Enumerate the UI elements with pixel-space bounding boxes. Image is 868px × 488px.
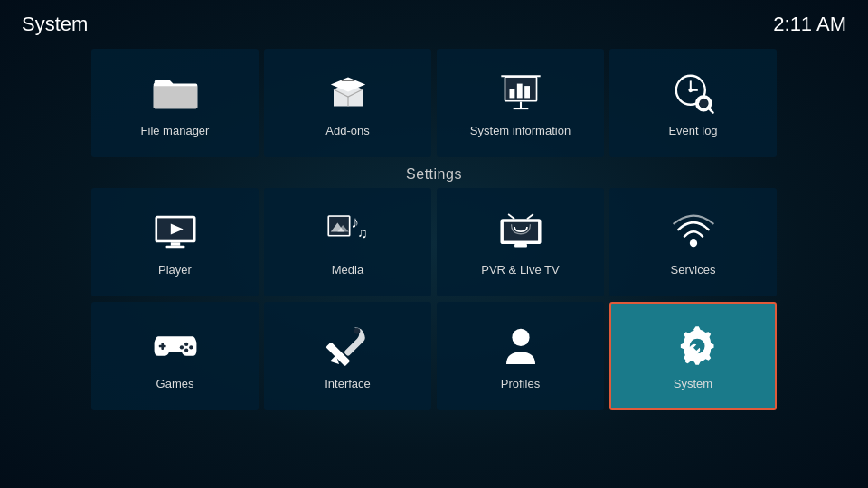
tile-pvr-live-tv[interactable]: PVR & Live TV <box>437 188 604 296</box>
tile-games-label: Games <box>156 377 194 390</box>
top-tiles-row: File manager Add-ons <box>0 43 868 163</box>
tile-event-log[interactable]: Event log <box>609 49 777 157</box>
wrench-pencil-icon <box>325 323 372 370</box>
clock-search-icon <box>670 70 717 117</box>
clock: 2:11 AM <box>773 13 846 36</box>
tile-player[interactable]: Player <box>91 188 259 296</box>
wifi-icon <box>670 209 717 256</box>
tile-player-label: Player <box>158 263 192 277</box>
settings-grid: Player ♪ ♫ Media <box>0 188 868 410</box>
tile-profiles-label: Profiles <box>501 377 540 390</box>
gamepad-icon <box>152 323 199 370</box>
tile-system-information[interactable]: System information <box>437 49 604 157</box>
svg-point-15 <box>699 99 708 108</box>
tile-system-information-label: System information <box>470 124 571 137</box>
header: System 2:11 AM <box>0 0 868 43</box>
settings-row-2: Games Interface <box>72 302 796 410</box>
settings-row-1: Player ♪ ♫ Media <box>72 188 796 296</box>
svg-line-31 <box>508 214 514 219</box>
svg-text:♫: ♫ <box>357 225 367 240</box>
tile-system-label: System <box>674 377 712 390</box>
media-icon: ♪ ♫ <box>325 209 372 256</box>
tile-file-manager-label: File manager <box>141 124 210 137</box>
page-title: System <box>22 13 88 36</box>
svg-point-34 <box>689 239 696 246</box>
tile-add-ons[interactable]: Add-ons <box>264 49 431 157</box>
person-icon <box>497 323 544 370</box>
svg-line-17 <box>708 108 712 111</box>
chart-icon <box>497 70 544 117</box>
gear-wrench-icon <box>670 323 717 370</box>
tile-games[interactable]: Games <box>91 302 259 410</box>
svg-point-38 <box>189 345 193 349</box>
svg-rect-22 <box>165 245 184 248</box>
tile-media-label: Media <box>332 263 363 277</box>
svg-rect-21 <box>170 242 179 245</box>
tile-file-manager[interactable]: File manager <box>91 49 259 157</box>
svg-line-32 <box>526 214 533 219</box>
tile-event-log-label: Event log <box>668 124 717 137</box>
tile-media[interactable]: ♪ ♫ Media <box>264 188 431 296</box>
svg-point-37 <box>184 342 187 345</box>
svg-rect-4 <box>524 86 530 98</box>
svg-rect-36 <box>158 344 165 347</box>
tile-add-ons-label: Add-ons <box>326 124 369 137</box>
tile-interface[interactable]: Interface <box>264 302 431 410</box>
tv-icon <box>497 209 544 256</box>
tile-services-label: Services <box>671 263 716 277</box>
tile-pvr-label: PVR & Live TV <box>481 263 559 277</box>
svg-point-43 <box>354 328 360 334</box>
tile-system[interactable]: System <box>609 302 777 410</box>
svg-point-39 <box>184 348 187 352</box>
tile-profiles[interactable]: Profiles <box>437 302 604 410</box>
svg-point-40 <box>179 345 183 349</box>
svg-rect-2 <box>509 89 514 98</box>
svg-point-44 <box>512 328 529 345</box>
svg-rect-33 <box>514 244 527 247</box>
tile-interface-label: Interface <box>325 377 371 390</box>
player-icon <box>152 209 199 256</box>
box-icon <box>325 70 372 117</box>
svg-rect-3 <box>516 83 522 98</box>
settings-section-label: Settings <box>0 166 868 183</box>
folder-icon <box>152 70 199 117</box>
tile-services[interactable]: Services <box>609 188 777 296</box>
